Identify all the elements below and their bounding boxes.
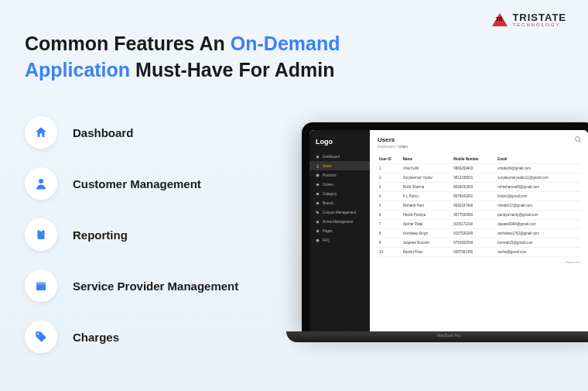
cell-id: 1 — [378, 164, 402, 173]
users-table: User ID Name Mobile Number Email 1Virat … — [378, 155, 580, 257]
table-row[interactable]: 8Arshdeep Singh9157530249arshdeep1762@gm… — [378, 229, 580, 238]
sidebar-item-faq[interactable]: FAQ — [309, 235, 370, 245]
cell-email: akpatel1994@gmail.com — [496, 220, 580, 229]
breadcrumb: Dashboard > Users — [378, 145, 580, 149]
cell-mobile: 8026431903 — [452, 183, 496, 192]
sidebar-item-label: Pages — [323, 229, 333, 233]
brand-name: TRISTATE — [512, 12, 566, 22]
cell-email: rishabh17@gmail.com — [496, 201, 580, 211]
svg-rect-7 — [316, 173, 319, 176]
cell-email: rohitsharma45@gmail.com — [496, 183, 580, 192]
sidebar-item-category[interactable]: Category — [309, 189, 370, 198]
col-email[interactable]: Email — [496, 155, 580, 164]
laptop-mockup: Logo Dashboard Users Products Orders Cat… — [302, 122, 588, 386]
table-row[interactable]: 1Virat Kohli9983263403viratkohli@gmail.c… — [378, 164, 580, 173]
cell-id: 10 — [378, 248, 402, 257]
sidebar-item-users[interactable]: Users — [309, 161, 370, 170]
cell-email: rashid@gmail.com — [496, 248, 580, 257]
pagination[interactable]: Previous 1 — [378, 260, 580, 264]
sidebar-item-label: Category — [323, 192, 337, 196]
sidebar-item-orders[interactable]: Orders — [309, 180, 370, 189]
cell-email: klrahul@gmail.com — [496, 192, 580, 201]
cell-email: arshdeep1762@gmail.com — [496, 229, 580, 238]
crumb-current: Users — [398, 145, 408, 149]
feature-label: Customer Management — [73, 177, 201, 190]
home-icon — [25, 116, 57, 149]
cell-name: Jaspreet Bumrah — [402, 238, 452, 248]
admin-main: Users Dashboard > Users User ID Name Mob… — [370, 130, 588, 331]
table-row[interactable]: 6Hardik Pandya9577534560pandya.hardy@gma… — [378, 211, 580, 220]
sidebar-item-pages[interactable]: Pages — [309, 226, 370, 235]
feature-label: Dashboard — [73, 126, 133, 139]
svg-point-6 — [317, 164, 319, 166]
cell-name: Hardik Pandya — [402, 211, 452, 220]
cell-mobile: 8679643291 — [452, 192, 496, 201]
cell-name: Rohit Sharma — [402, 183, 452, 192]
feature-customer: Customer Management — [25, 167, 238, 200]
col-userid[interactable]: User ID — [378, 155, 402, 164]
cell-name: Akshar Patel — [402, 220, 452, 229]
table-row[interactable]: 10Rashid Khan9207361455rashid@gmail.com — [378, 248, 580, 257]
table-row[interactable]: 3Rohit Sharma8026431903rohitsharma45@gma… — [378, 183, 580, 192]
content-title: Users — [378, 136, 580, 143]
title-part-2: Must-Have For Admin — [130, 59, 334, 81]
feature-label: Reporting — [73, 228, 128, 242]
col-mobile[interactable]: Mobile Number — [452, 155, 496, 164]
sidebar-item-brands[interactable]: Brands — [309, 198, 370, 208]
sidebar-item-label: Products — [323, 173, 337, 177]
sidebar-item-home[interactable]: Home Management — [309, 217, 370, 226]
sidebar-item-label: Orders — [323, 183, 333, 187]
feature-reporting: Reporting — [25, 218, 238, 251]
cell-mobile: 9983263403 — [452, 164, 496, 173]
sidebar-item-label: FAQ — [323, 238, 330, 242]
col-name[interactable]: Name — [402, 155, 452, 164]
svg-point-8 — [316, 192, 319, 194]
sidebar-item-dashboard[interactable]: Dashboard — [309, 152, 370, 161]
svg-rect-9 — [316, 202, 319, 204]
table-row[interactable]: 5Rishabh Pant9032197460rishabh17@gmail.c… — [378, 201, 580, 211]
feature-charges: Charges — [25, 321, 238, 353]
cell-id: 8 — [378, 229, 402, 238]
feature-label: Service Provider Management — [73, 280, 238, 293]
svg-rect-10 — [316, 229, 319, 232]
cell-id: 7 — [378, 220, 402, 229]
cell-name: Arshdeep Singh — [402, 229, 452, 238]
svg-rect-2 — [39, 229, 43, 232]
cell-email: bumrah23@gmail.com — [496, 238, 580, 248]
brand-logo: TRISTATE TECHNOLOGY — [492, 12, 566, 27]
search-icon[interactable] — [575, 136, 580, 142]
svg-point-5 — [37, 333, 39, 334]
feature-provider: Service Provider Management — [25, 269, 238, 302]
cell-id: 9 — [378, 238, 402, 248]
sidebar-item-coupon[interactable]: Coupon Management — [309, 208, 370, 217]
sidebar-item-products[interactable]: Products — [309, 170, 370, 180]
user-icon — [25, 167, 57, 200]
svg-rect-4 — [36, 283, 46, 285]
sidebar-item-label: Coupon Management — [323, 211, 356, 214]
cell-id: 5 — [378, 201, 402, 211]
sidebar-item-label: Dashboard — [323, 155, 340, 159]
cell-mobile: 9157530249 — [452, 229, 496, 238]
cell-mobile: 9754302534 — [452, 238, 496, 248]
sidebar-item-label: Home Management — [323, 220, 354, 224]
cell-id: 4 — [378, 192, 402, 201]
crumb-root[interactable]: Dashboard — [378, 145, 395, 149]
admin-sidebar: Logo Dashboard Users Products Orders Cat… — [309, 130, 370, 331]
brand-sub: TECHNOLOGY — [512, 22, 566, 27]
sidebar-item-label: Users — [323, 164, 332, 168]
feature-label: Charges — [73, 331, 119, 344]
sidebar-logo: Logo — [309, 135, 370, 152]
table-row[interactable]: 9Jaspreet Bumrah9754302534bumrah23@gmail… — [378, 238, 580, 248]
cell-name: Rashid Khan — [402, 248, 452, 257]
laptop-base — [286, 331, 588, 342]
table-row[interactable]: 4K L Rahul8679643291klrahul@gmail.com — [378, 192, 580, 201]
svg-point-11 — [316, 238, 320, 242]
cell-name: K L Rahul — [402, 192, 452, 201]
feature-list: Dashboard Customer Management Reporting … — [25, 116, 238, 353]
cell-email: pandya.hardy@gmail.com — [496, 211, 580, 220]
cell-mobile: 9032197460 — [452, 201, 496, 211]
cell-mobile: 9577534560 — [452, 211, 496, 220]
table-row[interactable]: 2Suryakumar Yadav9012168521suryakumaryad… — [378, 173, 580, 183]
page-title: Common Features An On-Demand Application… — [25, 31, 350, 84]
table-row[interactable]: 7Akshar Patel9155172160akpatel1994@gmail… — [378, 220, 580, 229]
